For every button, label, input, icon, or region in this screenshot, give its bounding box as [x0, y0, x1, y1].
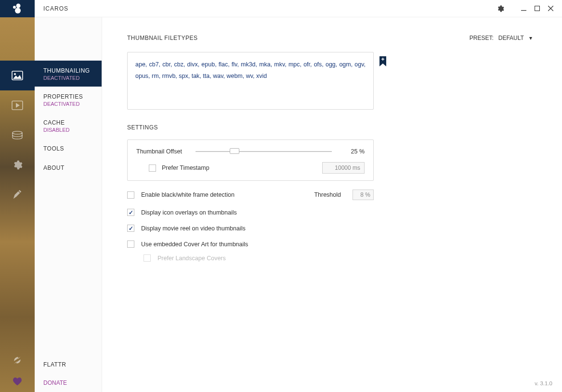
- sidebar-item-cache[interactable]: CACHE DISABLED: [35, 113, 102, 139]
- sidebar-label: THUMBNAILING: [43, 67, 93, 74]
- image-icon: [12, 71, 23, 80]
- sidebar-label: CACHE: [43, 119, 93, 126]
- minimize-icon: [521, 6, 526, 11]
- nav-icon-about[interactable]: [0, 180, 35, 210]
- offset-value: 25 %: [345, 148, 365, 155]
- bookmark-plus-icon: [379, 56, 387, 68]
- reel-row: Display movie reel on video thumbnails: [127, 225, 374, 232]
- app-logo: [0, 0, 35, 17]
- bubbles-icon: [12, 3, 23, 14]
- timestamp-input[interactable]: [322, 162, 365, 174]
- nav-icon-donate[interactable]: [0, 371, 35, 392]
- settings-heading: SETTINGS: [127, 124, 535, 131]
- threshold-value[interactable]: 8 %: [353, 190, 374, 200]
- play-icon: [12, 101, 23, 110]
- settings-button[interactable]: [494, 2, 507, 15]
- svg-point-1: [16, 3, 21, 8]
- offset-label: Thumbnail Offset: [136, 148, 182, 155]
- filetypes-content: ape, cb7, cbr, cbz, divx, epub, flac, fl…: [135, 59, 366, 82]
- prefer-timestamp-label: Prefer Timestamp: [162, 164, 209, 171]
- close-button[interactable]: [544, 2, 557, 15]
- svg-rect-7: [12, 101, 23, 110]
- offset-slider[interactable]: [196, 148, 332, 155]
- sidebar-item-about[interactable]: ABOUT: [35, 158, 102, 177]
- sidebar: THUMBNAILING DEACTIVATED PROPERTIES DEAC…: [35, 17, 102, 392]
- svg-rect-5: [12, 71, 23, 80]
- svg-point-6: [14, 73, 16, 75]
- version-label: v. 3.1.0: [535, 380, 552, 386]
- preset-value: DEFAULT: [498, 35, 524, 41]
- svg-point-2: [15, 8, 21, 13]
- overlays-row: Display icon overlays on thumbnails: [127, 209, 374, 216]
- nav-icon-thumbnailing[interactable]: [0, 61, 35, 90]
- sidebar-label: FLATTR: [43, 361, 93, 368]
- maximize-button[interactable]: [530, 2, 544, 15]
- preset-dropdown[interactable]: DEFAULT ▾: [498, 35, 532, 41]
- sidebar-label: TOOLS: [43, 145, 93, 152]
- maximize-icon: [535, 6, 540, 11]
- reel-checkbox[interactable]: [127, 225, 134, 232]
- sidebar-item-donate[interactable]: DONATE: [35, 374, 102, 392]
- svg-point-8: [13, 131, 22, 134]
- close-icon: [548, 6, 553, 11]
- sidebar-item-properties[interactable]: PROPERTIES DEACTIVATED: [35, 87, 102, 113]
- reel-label: Display movie reel on video thumbnails: [141, 225, 246, 232]
- threshold-label: Threshold: [314, 191, 341, 198]
- coverart-label: Use embedded Cover Art for thumbnails: [141, 241, 248, 248]
- filetypes-header-row: THUMBNAIL FILETYPES PRESET: DEFAULT ▾: [127, 35, 535, 41]
- bookmark-add-button[interactable]: [379, 56, 387, 68]
- sidebar-item-tools[interactable]: TOOLS: [35, 139, 102, 158]
- filetypes-heading: THUMBNAIL FILETYPES: [127, 35, 197, 41]
- bw-label: Enable black/white frame detection: [141, 191, 235, 198]
- overlays-checkbox[interactable]: [127, 209, 134, 216]
- sidebar-sublabel: DEACTIVATED: [43, 101, 93, 107]
- wrench-icon: [12, 160, 23, 170]
- landscape-row: Prefer Landscape Covers: [144, 254, 390, 262]
- icon-strip: [0, 17, 35, 392]
- sidebar-label: DONATE: [43, 379, 93, 386]
- gear-icon: [497, 5, 504, 13]
- sidebar-label: ABOUT: [43, 164, 93, 171]
- filetypes-textbox[interactable]: ape, cb7, cbr, cbz, divx, epub, flac, fl…: [127, 52, 374, 110]
- svg-rect-4: [535, 6, 539, 11]
- heart-icon: [13, 377, 22, 386]
- sidebar-label: PROPERTIES: [43, 93, 93, 100]
- coverart-checkbox[interactable]: [127, 240, 134, 248]
- nav-icon-cache[interactable]: [0, 120, 35, 150]
- main-panel: THUMBNAIL FILETYPES PRESET: DEFAULT ▾ ap…: [102, 17, 562, 392]
- nav-icon-tools[interactable]: [0, 150, 35, 180]
- nav-icon-flattr[interactable]: [0, 350, 35, 371]
- svg-point-0: [13, 6, 16, 9]
- nav-icon-properties[interactable]: [0, 90, 35, 120]
- svg-rect-3: [521, 10, 526, 11]
- sidebar-sublabel: DISABLED: [43, 127, 93, 133]
- pen-icon: [12, 190, 23, 200]
- titlebar: ICAROS: [0, 0, 562, 17]
- chevron-down-icon: ▾: [529, 35, 532, 41]
- landscape-checkbox[interactable]: [144, 254, 151, 262]
- minimize-button[interactable]: [517, 2, 530, 15]
- landscape-label: Prefer Landscape Covers: [157, 255, 226, 262]
- overlays-label: Display icon overlays on thumbnails: [141, 209, 237, 216]
- bw-row: Enable black/white frame detection Thres…: [127, 190, 374, 200]
- prefer-timestamp-checkbox[interactable]: [149, 164, 156, 172]
- stack-icon: [12, 130, 23, 140]
- timestamp-row: Prefer Timestamp: [149, 162, 365, 174]
- flattr-icon: [13, 355, 22, 365]
- app-title: ICAROS: [43, 5, 68, 12]
- sidebar-item-flattr[interactable]: FLATTR: [35, 355, 102, 374]
- coverart-row: Use embedded Cover Art for thumbnails: [127, 240, 374, 248]
- preset-label: PRESET:: [470, 35, 494, 41]
- bw-checkbox[interactable]: [127, 191, 134, 199]
- slider-thumb[interactable]: [230, 148, 239, 154]
- sidebar-item-thumbnailing[interactable]: THUMBNAILING DEACTIVATED: [35, 61, 102, 87]
- offset-row: Thumbnail Offset 25 %: [136, 148, 365, 155]
- sidebar-sublabel: DEACTIVATED: [43, 75, 93, 81]
- settings-box: Thumbnail Offset 25 % Prefer Timestamp: [127, 139, 374, 181]
